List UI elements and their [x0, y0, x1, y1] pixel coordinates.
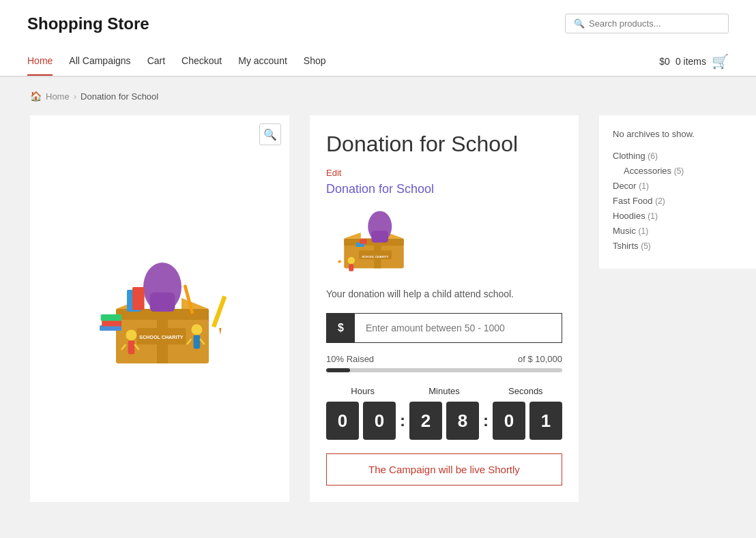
category-clothing-link[interactable]: Clothing (6)	[613, 151, 658, 161]
colon-2: :	[483, 411, 489, 430]
campaign-title: Donation for School	[326, 182, 562, 196]
hours-label: Hours	[326, 386, 399, 396]
cart-items-count: 0 items	[675, 56, 706, 67]
search-bar: 🔍	[565, 14, 729, 33]
svg-point-17	[126, 329, 136, 340]
svg-rect-18	[128, 340, 135, 354]
svg-marker-9	[219, 328, 221, 335]
progress-bar-background	[326, 368, 562, 372]
product-details: Donation for School Edit Donation for Sc…	[310, 115, 579, 502]
nav-checkout[interactable]: Checkout	[181, 47, 222, 76]
edit-link[interactable]: Edit	[326, 168, 562, 178]
category-music: Music (1)	[613, 225, 749, 236]
product-title: Donation for School	[326, 132, 562, 157]
countdown-display: 0 0 : 2 8 : 0 1	[326, 402, 562, 440]
svg-rect-35	[360, 239, 367, 244]
campaign-live-banner: The Campaign will be live Shortly	[326, 453, 562, 485]
svg-point-21	[191, 324, 202, 335]
donation-input[interactable]	[355, 314, 562, 342]
nav-campaigns[interactable]: All Campaigns	[69, 47, 130, 76]
nav-shop[interactable]: Shop	[304, 47, 326, 76]
hour-digit-1: 0	[326, 402, 359, 440]
category-list: Clothing (6) Accessories (5) Decor (1)	[613, 150, 749, 251]
zoom-button[interactable]: 🔍	[259, 123, 281, 145]
category-decor: Decor (1)	[613, 180, 749, 191]
category-hoodies-link[interactable]: Hoodies (1)	[613, 211, 658, 221]
nav-cart[interactable]: Cart	[147, 47, 165, 76]
minutes-label: Minutes	[407, 386, 480, 396]
hour-digit-2: 0	[363, 402, 396, 440]
minute-digit-2: 8	[446, 402, 479, 440]
cart-amount: $0	[659, 56, 670, 67]
search-input[interactable]	[589, 18, 720, 29]
sidebar-section: No archives to show. Clothing (6) Access…	[599, 115, 756, 269]
category-decor-link[interactable]: Decor (1)	[613, 181, 649, 191]
product-image-area: 🔍	[30, 115, 289, 502]
site-title: Shopping Store	[27, 14, 149, 33]
category-tshirts-link[interactable]: Tshirts (5)	[613, 241, 651, 251]
category-accessories: Accessories (5)	[613, 165, 749, 176]
category-fastfood-link[interactable]: Fast Food (2)	[613, 196, 665, 206]
svg-rect-7	[101, 314, 121, 321]
category-tshirts: Tshirts (5)	[613, 240, 749, 251]
category-accessories-link[interactable]: Accessories (5)	[624, 166, 684, 176]
donation-input-area: $	[326, 313, 562, 343]
dollar-prefix: $	[327, 314, 355, 342]
progress-raised-label: 10% Raised	[326, 354, 374, 364]
sidebar: No archives to show. Clothing (6) Access…	[599, 115, 756, 502]
campaign-thumbnail: SCHOOL CHARITY	[326, 207, 422, 275]
countdown-labels: Hours Minutes Seconds	[326, 386, 562, 396]
svg-marker-3	[181, 298, 209, 309]
donation-description: Your donation will help a child attend s…	[326, 288, 562, 299]
progress-bar-fill	[326, 368, 350, 372]
svg-rect-8	[212, 295, 227, 327]
svg-rect-11	[150, 293, 175, 312]
nav-myaccount[interactable]: My account	[238, 47, 287, 76]
category-hoodies: Hoodies (1)	[613, 210, 749, 221]
breadcrumb: 🏠 Home › Donation for School	[30, 91, 726, 102]
svg-rect-22	[194, 335, 201, 348]
no-archives-text: No archives to show.	[613, 129, 749, 139]
product-image: SCHOOL CHARITY	[78, 241, 242, 377]
svg-point-37	[348, 257, 355, 265]
second-digit-2: 1	[529, 402, 562, 440]
search-icon: 🔍	[574, 18, 585, 29]
svg-rect-38	[349, 264, 353, 271]
main-nav: Home All Campaigns Cart Checkout My acco…	[27, 47, 729, 76]
cart-area: $0 0 items 🛒	[659, 53, 729, 70]
progress-labels: 10% Raised of $ 10,000	[326, 354, 562, 364]
svg-text:SCHOOL CHARITY: SCHOOL CHARITY	[362, 255, 388, 258]
second-digit-1: 0	[493, 402, 525, 440]
breadcrumb-current: Donation for School	[81, 91, 158, 102]
cart-icon[interactable]: 🛒	[712, 53, 729, 70]
nav-links: Home All Campaigns Cart Checkout My acco…	[27, 47, 326, 76]
category-fastfood: Fast Food (2)	[613, 195, 749, 206]
category-clothing: Clothing (6)	[613, 150, 749, 161]
progress-goal-label: of $ 10,000	[518, 354, 562, 364]
colon-1: :	[400, 411, 405, 430]
category-music-link[interactable]: Music (1)	[613, 226, 648, 236]
svg-rect-33	[372, 230, 389, 243]
breadcrumb-home-link[interactable]: Home	[46, 91, 70, 102]
svg-rect-13	[132, 287, 145, 310]
minute-digit-1: 2	[409, 402, 442, 440]
breadcrumb-separator: ›	[74, 91, 76, 102]
seconds-label: Seconds	[489, 386, 562, 396]
nav-home[interactable]: Home	[27, 47, 53, 76]
home-icon: 🏠	[30, 91, 42, 102]
svg-text:SCHOOL CHARITY: SCHOOL CHARITY	[139, 334, 184, 340]
svg-marker-27	[344, 233, 361, 239]
svg-rect-36	[338, 260, 341, 263]
